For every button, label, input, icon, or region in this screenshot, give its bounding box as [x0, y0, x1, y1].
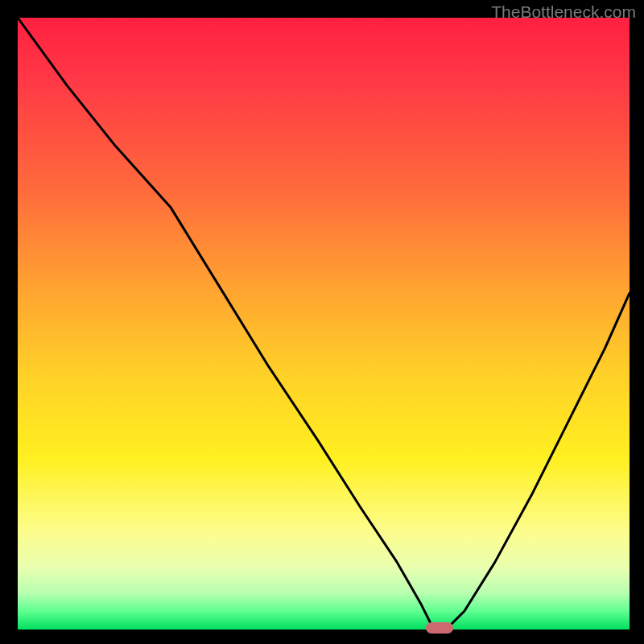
optimal-marker [426, 622, 453, 634]
chart-frame: TheBottleneck.com [0, 0, 644, 644]
watermark-text: TheBottleneck.com [491, 2, 636, 22]
bottleneck-curve [18, 18, 630, 630]
plot-area [18, 18, 630, 630]
